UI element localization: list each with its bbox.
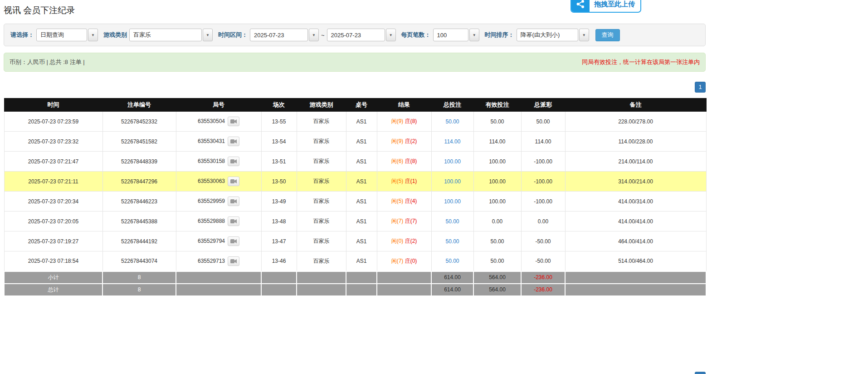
page-size-value[interactable]: 100 (433, 29, 468, 41)
cell-payout: 0.00 (521, 212, 565, 231)
cell-valid-bet: 564.00 (473, 284, 521, 296)
total-bet-link[interactable]: 114.00 (444, 138, 461, 145)
chevron-down-icon[interactable]: ▼ (203, 29, 213, 41)
cell-session: 13-50 (261, 172, 297, 192)
video-replay-icon[interactable] (228, 197, 239, 206)
cell-result: 闲(5) 庄(1) (377, 172, 431, 192)
video-replay-icon[interactable] (228, 236, 239, 246)
cell-game-type: 百家乐 (297, 251, 346, 271)
video-replay-icon[interactable] (228, 157, 239, 166)
video-replay-icon[interactable] (228, 177, 239, 186)
chevron-down-icon[interactable]: ▼ (309, 29, 319, 41)
table-row: 2025-07-23 07:20:05522678445388635529888… (4, 212, 706, 231)
date-query-select[interactable]: 日期查询 ▼ (36, 29, 98, 41)
cell-result: 闲(6) 庄(8) (377, 152, 431, 172)
cell-note: 114.00/228.00 (565, 132, 706, 152)
cell-time: 2025-07-23 07:18:54 (4, 251, 102, 271)
cell-game-type (297, 284, 346, 296)
page-size-select[interactable]: 100 ▼ (433, 29, 479, 41)
chevron-down-icon[interactable]: ▼ (579, 29, 589, 41)
video-replay-icon[interactable] (228, 137, 239, 146)
result-banker: 庄(0) (405, 258, 417, 264)
round-number: 635529888 (198, 218, 225, 224)
time-sort-select[interactable]: 降幂(由大到小) ▼ (517, 29, 589, 41)
total-bet-link[interactable]: 50.00 (445, 118, 459, 125)
video-replay-icon[interactable] (228, 217, 239, 226)
upload-dropzone[interactable]: 拖拽至此上传 (571, 0, 641, 13)
cell-game-type: 百家乐 (297, 132, 346, 152)
cell-session: 13-49 (261, 192, 297, 212)
column-header: 有效投注 (473, 98, 521, 112)
total-bet-link[interactable]: 50.00 (445, 238, 459, 245)
column-header: 总派彩 (521, 98, 565, 112)
cell-table-no (346, 284, 377, 296)
video-replay-icon[interactable] (228, 117, 239, 126)
cell-payout: 114.00 (521, 132, 565, 152)
cell-bet-id: 522678445388 (102, 212, 176, 231)
column-header: 总投注 (431, 98, 473, 112)
date-to-select[interactable]: 2025-07-23 ▼ (327, 29, 396, 41)
valid-bet-note: 同局有效投注，统一计算在该局第一张注单内 (582, 58, 700, 66)
cell-bet-id: 522678444192 (102, 231, 176, 251)
total-bet-link[interactable]: 50.00 (445, 218, 459, 225)
upload-label: 拖拽至此上传 (590, 0, 640, 9)
cell-total-bet: 50.00 (431, 112, 473, 132)
cell-count: 8 (102, 284, 176, 296)
cell-note (565, 284, 706, 296)
game-type-value[interactable]: 百家乐 (129, 29, 202, 41)
chevron-down-icon[interactable]: ▼ (386, 29, 396, 41)
table-header-row: 时间注单编号局号场次游戏类别桌号结果总投注有效投注总派彩备注 (4, 98, 706, 112)
result-banker: 庄(7) (405, 218, 417, 224)
cell-payout: 50.00 (521, 112, 565, 132)
round-number: 635530063 (198, 178, 225, 184)
cell-table-no: AS1 (346, 192, 377, 212)
chevron-down-icon[interactable]: ▼ (469, 29, 479, 41)
cell-label: 总计 (4, 284, 102, 296)
page-button-1[interactable]: 1 (695, 82, 706, 93)
video-replay-icon[interactable] (228, 256, 239, 266)
cell-table-no: AS1 (346, 251, 377, 271)
page-button-1-bottom[interactable]: 1 (695, 372, 706, 374)
cell-time: 2025-07-23 07:23:32 (4, 132, 102, 152)
total-bet-link[interactable]: 50.00 (445, 258, 459, 264)
page-size-label: 每页笔数： (401, 31, 431, 39)
cell-session: 13-51 (261, 152, 297, 172)
time-sort-value[interactable]: 降幂(由大到小) (517, 29, 578, 41)
cell-round: 635529888 (176, 212, 261, 231)
cell-round: 635530504 (176, 112, 261, 132)
chevron-down-icon[interactable]: ▼ (88, 29, 98, 41)
cell-round (176, 271, 261, 284)
total-bet-link[interactable]: 100.00 (444, 158, 461, 165)
pagination-top: 1 (4, 82, 706, 93)
date-to-value[interactable]: 2025-07-23 (327, 29, 385, 41)
cell-valid-bet: 50.00 (473, 231, 521, 251)
round-number: 635529713 (198, 257, 225, 264)
cell-total-bet: 100.00 (431, 192, 473, 212)
result-player: 闲(5) (391, 198, 404, 204)
date-query-value[interactable]: 日期查询 (36, 29, 87, 41)
cell-round: 635530431 (176, 132, 261, 152)
cell-result: 闲(9) 庄(8) (377, 112, 431, 132)
cell-result: 闲(7) 庄(0) (377, 251, 431, 271)
total-bet-link[interactable]: 100.00 (444, 178, 461, 185)
search-button[interactable]: 查询 (595, 29, 620, 41)
summary-row: 总计8614.00564.00-236.00 (4, 284, 706, 296)
result-player: 闲(7) (391, 258, 404, 264)
cell-total-bet: 50.00 (431, 212, 473, 231)
game-type-select[interactable]: 百家乐 ▼ (129, 29, 213, 41)
table-row: 2025-07-23 07:23:32522678451582635530431… (4, 132, 706, 152)
cell-bet-id: 522678446223 (102, 192, 176, 212)
cell-total-bet: 50.00 (431, 251, 473, 271)
date-from-select[interactable]: 2025-07-23 ▼ (250, 29, 319, 41)
result-banker: 庄(8) (405, 158, 417, 164)
cell-round: 635530158 (176, 152, 261, 172)
cell-payout: -100.00 (521, 152, 565, 172)
column-header: 场次 (261, 98, 297, 112)
column-header: 局号 (176, 98, 261, 112)
time-range-label: 时间区间： (218, 31, 248, 39)
cell-valid-bet: 114.00 (473, 132, 521, 152)
total-bet-link[interactable]: 100.00 (444, 198, 461, 205)
cell-valid-bet: 50.00 (473, 251, 521, 271)
date-from-value[interactable]: 2025-07-23 (250, 29, 308, 41)
result-banker: 庄(8) (405, 118, 417, 124)
